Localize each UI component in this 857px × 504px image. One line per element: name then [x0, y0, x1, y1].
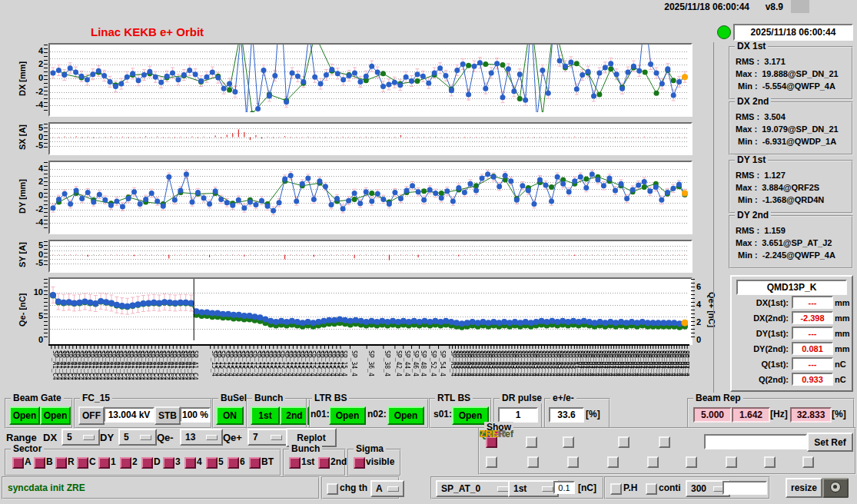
dropdown-indicator-icon — [271, 435, 282, 440]
rtl-s01-open-button[interactable]: Open — [452, 406, 489, 425]
bunch-1st-checkbox[interactable] — [289, 457, 301, 469]
beam-rep-title: Beam Rep — [693, 393, 743, 403]
dy-2nd-min: Min : -2.245@QWFP_4A — [730, 249, 852, 261]
axis-tick-label: 10 — [34, 287, 43, 297]
bunch-select-dropdown[interactable]: 1st — [508, 480, 559, 497]
ref-file-input[interactable] — [704, 434, 807, 449]
sector-c-checkbox[interactable] — [77, 457, 88, 469]
dy-axis-title: DY [mm] — [17, 161, 28, 231]
qe-plus-axis-title: Qe+ [nC] — [706, 277, 717, 342]
bunch-1st-button[interactable]: 1st — [251, 406, 280, 425]
show-sfe-checkbox[interactable] — [764, 456, 776, 468]
qmd-row-value: -2.398 — [792, 311, 833, 324]
dropdown-indicator-icon — [83, 435, 95, 440]
show-are-checkbox[interactable] — [607, 456, 619, 468]
bunch-title: Bunch — [252, 393, 285, 403]
show-kbe-checkbox[interactable] — [486, 456, 497, 468]
show-rfe-checkbox[interactable] — [726, 456, 737, 468]
dx-2nd-rms: RMS : 3.504 — [730, 111, 852, 123]
fc15-title: FC_15 — [80, 393, 112, 403]
sy-plot — [48, 240, 693, 273]
show-gold-checkbox[interactable] — [618, 436, 629, 448]
sigma-visible-checkbox[interactable] — [354, 457, 365, 469]
beam-rep-value-1: 5.000 — [693, 407, 732, 423]
range-qem-dropdown[interactable]: 13 — [180, 429, 223, 446]
device-select-pane: SP_AT_0 1st 0.1 [nC] — [430, 476, 604, 499]
dx-axis-comb — [44, 45, 48, 112]
show-pfe-checkbox[interactable] — [527, 456, 539, 468]
axis-tick-label: -4 — [35, 100, 43, 109]
busel-on-button[interactable]: ON — [216, 406, 244, 425]
qmd-row-unit: mm — [835, 329, 850, 338]
axis-tick-label: 4 — [38, 46, 43, 55]
chg-th-pane: chg th A — [321, 476, 400, 499]
chg-th-checkbox[interactable] — [327, 483, 338, 495]
bunch-2nd-button[interactable]: 2nd — [280, 406, 309, 425]
dy-1st-rms: RMS : 1.127 — [730, 169, 852, 181]
sector-6-checkbox[interactable] — [228, 457, 239, 469]
ltr-n02-open-button[interactable]: Open — [387, 406, 424, 425]
set-ref-button[interactable]: Set Ref — [807, 433, 853, 452]
range-dy-dropdown[interactable]: 5 — [118, 429, 157, 446]
show-ref-checkbox[interactable] — [526, 436, 537, 448]
qmd-device-name[interactable]: QMD13P_K — [736, 280, 847, 295]
fc15-kv-value: 13.004 kV — [104, 407, 154, 423]
ph-checkbox[interactable] — [610, 483, 622, 495]
sector-b-checkbox[interactable] — [34, 457, 45, 469]
dropdown-indicator-icon — [542, 486, 553, 492]
range-qep-label: Qe+ — [223, 432, 242, 443]
show-jbe-checkbox[interactable] — [647, 456, 659, 468]
show-qfe-checkbox[interactable] — [567, 456, 579, 468]
sector-4-checkbox[interactable] — [184, 457, 196, 469]
sector-bt-checkbox[interactable] — [249, 457, 261, 469]
sigma-visible-label: visible — [366, 456, 394, 467]
camera-icon[interactable] — [822, 478, 849, 498]
sector-b-label: B — [46, 456, 53, 467]
beam-gate-1-button[interactable]: Open — [9, 406, 40, 425]
show-cur-ref-checkbox[interactable] — [563, 436, 574, 448]
resize-button[interactable]: resize — [786, 478, 822, 498]
page-title: Linac KEKB e+ Orbit — [91, 25, 204, 38]
fc15-stb-button[interactable]: STB — [154, 406, 181, 425]
axis-tick-label: 2 — [38, 59, 43, 68]
sx-axis-title: SX [A] — [17, 122, 28, 152]
qmd-row-label: DX(2nd): — [733, 313, 789, 323]
beam-rep-hz-unit: [Hz] — [770, 409, 788, 419]
bunch-select-value: 1st — [513, 483, 526, 494]
threshold-value[interactable]: 0.1 — [553, 481, 575, 494]
free-text-input[interactable] — [722, 481, 767, 495]
rtl-bs-title: RTL BS — [435, 393, 473, 403]
show-zre-checkbox[interactable] — [802, 456, 814, 468]
sector-select-dropdown[interactable]: A — [370, 480, 404, 497]
sector-1-checkbox[interactable] — [98, 457, 110, 469]
sector-d-checkbox[interactable] — [141, 457, 153, 469]
chg-th-label: chg th — [340, 482, 367, 493]
range-qep-value: 7 — [253, 432, 258, 443]
dx-axis-title: DX [mm] — [17, 43, 28, 114]
axis-tick-label: 5 — [38, 311, 43, 320]
range-qep-dropdown[interactable]: 7 — [247, 429, 287, 446]
conti-checkbox[interactable] — [646, 483, 657, 495]
sector-2-checkbox[interactable] — [120, 457, 131, 469]
bunch-1st-label: 1st — [301, 456, 314, 467]
device-dropdown[interactable]: SP_AT_0 — [436, 480, 514, 497]
range-dx-dropdown[interactable]: 5 — [61, 429, 100, 446]
dy-2nd-rms: RMS : 1.159 — [730, 224, 852, 237]
sector-5-checkbox[interactable] — [206, 457, 218, 469]
show-jbp-checkbox[interactable] — [686, 456, 697, 468]
bunch-2nd-checkbox[interactable] — [318, 457, 330, 469]
sy-axis-title: SY [A] — [17, 240, 28, 270]
dy-1st-max: Max : 3.884@QRF2S — [730, 181, 852, 194]
sector-3-checkbox[interactable] — [163, 457, 174, 469]
beam-gate-2-button[interactable]: Open — [40, 406, 71, 425]
sector-a-checkbox[interactable] — [12, 457, 24, 469]
dy-1st-min: Min : -1.368@QRD4N — [730, 194, 852, 206]
axis-tick-label: -4 — [35, 217, 43, 227]
sector-r-checkbox[interactable] — [55, 457, 67, 469]
conti-label: conti — [659, 482, 681, 493]
fc15-off-button[interactable]: OFF — [78, 406, 105, 425]
ltr-n01-open-button[interactable]: Open — [329, 406, 366, 425]
axis-tick-label: 0 — [38, 335, 43, 344]
show-ave10-checkbox[interactable] — [659, 436, 670, 448]
beam-rep-group: Beam Rep 5.000 1.642 [Hz] 32.833 [%] — [687, 398, 855, 429]
